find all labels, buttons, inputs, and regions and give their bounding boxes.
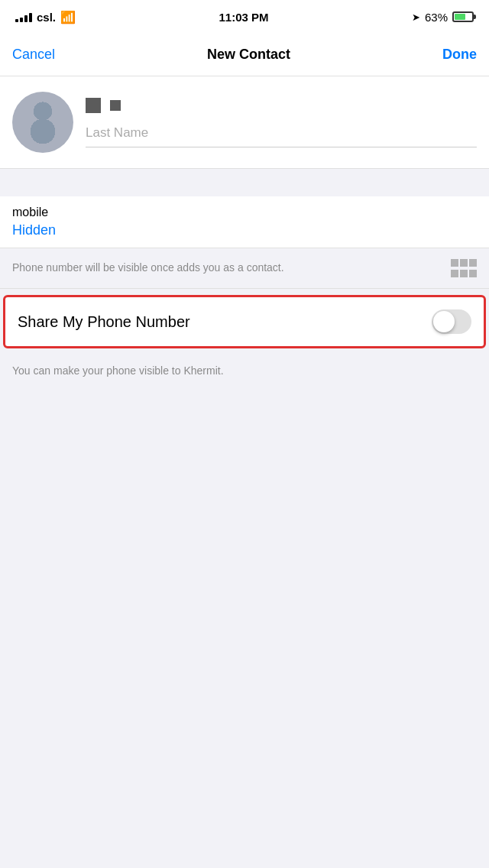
signal-icon — [15, 11, 32, 22]
status-time: 11:03 PM — [219, 11, 268, 24]
nav-bar: Cancel New Contact Done — [0, 34, 489, 76]
phone-section: mobile Hidden — [0, 196, 489, 248]
avatar[interactable] — [12, 92, 73, 153]
location-icon: ➤ — [412, 11, 420, 23]
signal-bar-3 — [24, 15, 28, 22]
status-right: ➤ 63% — [412, 11, 474, 24]
signal-bar-1 — [15, 19, 18, 22]
visible-note-text: You can make your phone visible to Kherm… — [12, 364, 224, 377]
pixel-row-1 — [451, 259, 477, 267]
last-name-input[interactable] — [86, 119, 477, 147]
phone-note-section: Phone number will be visible once adds y… — [0, 248, 489, 289]
bottom-area — [0, 387, 489, 616]
phone-label: mobile — [12, 206, 477, 219]
status-left: csl. 📶 — [15, 10, 76, 24]
carrier-name: csl. — [37, 11, 56, 24]
name-row-top — [86, 98, 477, 113]
share-phone-toggle[interactable] — [432, 309, 471, 334]
status-bar: csl. 📶 11:03 PM ➤ 63% — [0, 0, 489, 34]
name-fields — [86, 92, 477, 147]
wifi-icon: 📶 — [60, 10, 76, 24]
visible-note: You can make your phone visible to Kherm… — [0, 355, 489, 387]
cancel-button[interactable]: Cancel — [12, 47, 55, 63]
first-name-pixel-block-2 — [110, 100, 121, 111]
battery-fill — [455, 14, 465, 20]
battery-percent: 63% — [425, 11, 448, 24]
share-phone-label: Share My Phone Number — [18, 313, 190, 331]
page-title: New Contact — [207, 47, 290, 63]
first-name-pixel-block — [86, 98, 101, 113]
section-separator-1 — [0, 169, 489, 196]
avatar-image — [12, 92, 73, 153]
phone-note-text: Phone number will be visible once adds y… — [12, 261, 439, 276]
battery-icon — [452, 11, 474, 22]
done-button[interactable]: Done — [442, 47, 477, 63]
toggle-knob — [433, 311, 455, 332]
phone-value: Hidden — [12, 222, 477, 238]
pixel-row-2 — [451, 270, 477, 277]
signal-bar-4 — [29, 13, 32, 22]
phone-blurred-number — [451, 259, 477, 277]
share-phone-section: Share My Phone Number — [3, 295, 486, 348]
signal-bar-2 — [20, 18, 23, 22]
contact-form-area — [0, 76, 489, 169]
